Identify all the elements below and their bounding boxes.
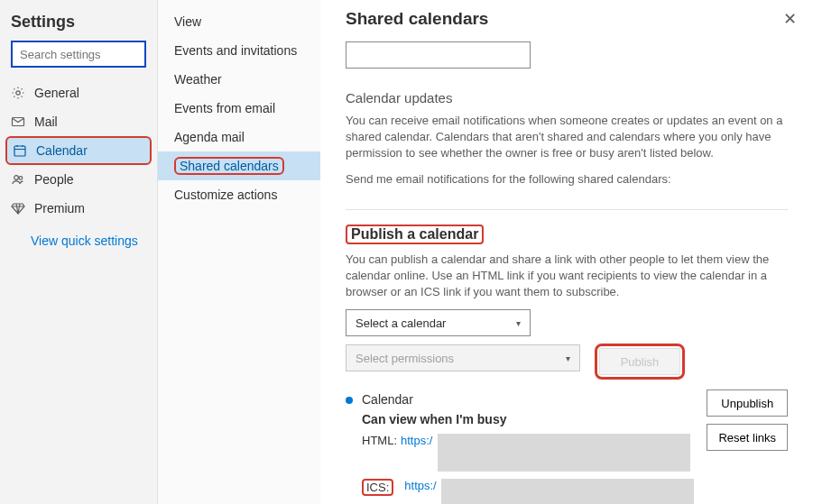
dropdown-label: Select permissions — [356, 352, 454, 365]
ics-label: ICS: — [366, 481, 389, 494]
diamond-icon — [11, 201, 25, 215]
nav-label: People — [34, 172, 74, 187]
settings-pane: ✕ Shared calendars Calendar updates You … — [320, 0, 813, 504]
ics-link-row: ICS: https:/ — [362, 479, 788, 504]
publish-button-highlight: Publish — [595, 344, 685, 380]
gear-icon — [11, 86, 25, 100]
nav-mail[interactable]: Mail — [0, 107, 157, 136]
redacted-area — [441, 479, 694, 504]
ics-link[interactable]: https:/ — [404, 479, 436, 492]
search-wrap — [0, 41, 157, 78]
dropdown-label: Select a calendar — [356, 316, 446, 330]
nav-label: Calendar — [36, 143, 88, 158]
sub-events-invitations[interactable]: Events and invitations — [158, 36, 320, 65]
settings-title: Settings — [0, 7, 157, 41]
close-icon[interactable]: ✕ — [783, 9, 797, 29]
sub-customize-actions[interactable]: Customize actions — [158, 180, 320, 209]
publish-calendar-heading: Publish a calendar — [346, 225, 484, 244]
ics-highlight: ICS: — [362, 479, 393, 496]
svg-rect-2 — [14, 146, 25, 156]
mail-icon — [11, 115, 25, 129]
settings-subnav: View Events and invitations Weather Even… — [158, 0, 320, 504]
html-link[interactable]: https:/ — [401, 434, 432, 447]
bullet-icon — [346, 397, 353, 404]
unpublish-button[interactable]: Unpublish — [707, 389, 788, 417]
nav-premium[interactable]: Premium — [0, 194, 157, 223]
chevron-down-icon: ▾ — [516, 318, 521, 328]
calendar-icon — [13, 143, 27, 158]
calendar-updates-desc: You can receive email notifications when… — [346, 113, 788, 162]
sub-view[interactable]: View — [158, 7, 320, 36]
divider — [346, 209, 788, 210]
calendar-name: Calendar — [362, 392, 413, 407]
svg-point-4 — [19, 177, 23, 180]
reset-links-button[interactable]: Reset links — [707, 424, 788, 451]
redacted-area — [438, 434, 690, 472]
sub-events-from-email[interactable]: Events from email — [158, 94, 320, 123]
nav-people[interactable]: People — [0, 165, 157, 194]
select-calendar-dropdown[interactable]: Select a calendar ▾ — [346, 309, 531, 336]
right-buttons: Unpublish Reset links — [707, 389, 788, 451]
chevron-down-icon: ▾ — [566, 353, 570, 363]
svg-point-0 — [16, 91, 20, 95]
sub-weather[interactable]: Weather — [158, 65, 320, 94]
nav-label: Premium — [34, 201, 85, 215]
settings-sidebar: Settings General Mail Calendar People Pr… — [0, 0, 158, 504]
nav-general[interactable]: General — [0, 78, 157, 107]
view-quick-settings-link[interactable]: View quick settings — [0, 223, 157, 248]
nav-calendar[interactable]: Calendar — [5, 136, 152, 165]
publish-desc: You can publish a calendar and share a l… — [346, 252, 788, 301]
nav-label: Mail — [34, 115, 58, 129]
nav-label: General — [34, 86, 79, 100]
sub-agenda-mail[interactable]: Agenda mail — [158, 123, 320, 151]
people-icon — [11, 172, 25, 187]
select-permissions-dropdown[interactable]: Select permissions ▾ — [346, 344, 580, 371]
svg-point-3 — [14, 176, 19, 180]
publish-button[interactable]: Publish — [599, 348, 680, 375]
share-input-box[interactable] — [346, 41, 531, 69]
sub-shared-calendars[interactable]: Shared calendars — [158, 151, 320, 180]
html-label: HTML: — [362, 434, 397, 447]
calendar-updates-line: Send me email notifications for the foll… — [346, 171, 788, 188]
search-input[interactable] — [11, 41, 146, 68]
calendar-updates-heading: Calendar updates — [346, 90, 788, 105]
pane-title: Shared calendars — [346, 9, 788, 29]
